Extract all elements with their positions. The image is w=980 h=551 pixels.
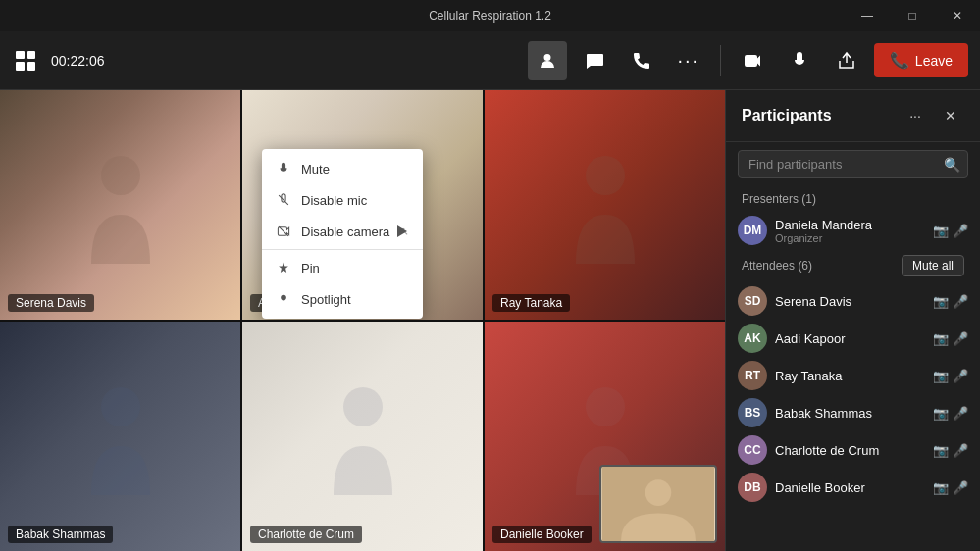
main-content: Serena Davis Aadi Kapoor ··· Mute <box>0 90 980 551</box>
name-tag-charlotte: Charlotte de Crum <box>250 526 362 543</box>
disable-camera-icon <box>276 224 291 239</box>
avatar-babak: BS <box>738 398 767 427</box>
participant-name-charlotte: Charlotte de Crum <box>775 443 925 458</box>
participant-name-serena: Serena Davis <box>775 294 925 309</box>
mic-icon-babak: 🎤 <box>953 406 968 421</box>
video-cell-serena: Serena Davis <box>0 90 240 320</box>
call-timer: 00:22:06 <box>51 53 105 69</box>
participant-row-daniela[interactable]: DM Daniela Mandera Organizer 📷 🎤 <box>726 212 980 249</box>
participant-row-babak[interactable]: BS Babak Shammas 📷 🎤 <box>726 394 980 431</box>
avatar-danielle: DB <box>738 473 767 502</box>
svg-point-5 <box>343 387 383 426</box>
participant-row-serena[interactable]: SD Serena Davis 📷 🎤 <box>726 282 980 320</box>
toolbar-center: ··· 📞 Leave <box>528 41 968 80</box>
mic-icon-ray: 🎤 <box>953 369 968 383</box>
mic-icon-daniela: 🎤 <box>953 224 968 238</box>
video-feed-charlotte <box>242 322 483 551</box>
mute-icon <box>276 161 291 176</box>
participant-icons-danielle: 📷 🎤 <box>933 480 968 495</box>
menu-label-mute: Mute <box>301 162 330 176</box>
mic-icon-serena: 🎤 <box>953 294 968 309</box>
attendees-section-header: Attendees (6) Mute all <box>726 249 980 282</box>
participant-name-babak: Babak Shammas <box>775 406 925 421</box>
camera-icon-ray: 📷 <box>933 369 949 383</box>
video-feed-ray <box>485 90 725 320</box>
svg-point-8 <box>645 479 672 506</box>
leave-button[interactable]: 📞 Leave <box>874 43 968 77</box>
name-tag-danielle: Danielle Booker <box>492 526 592 543</box>
video-cell-aadi: Aadi Kapoor ··· Mute Disable mic <box>242 90 483 320</box>
participant-name-aadi: Aadi Kapoor <box>775 331 925 346</box>
disable-mic-icon <box>276 192 291 208</box>
toolbar-left: 00:22:06 <box>12 47 528 75</box>
panel-more-button[interactable]: ··· <box>902 102 929 129</box>
title-bar: Cellular Respiration 1.2 — □ ✕ <box>0 0 980 31</box>
share-button[interactable] <box>827 41 866 80</box>
participant-role-daniela: Organizer <box>775 232 925 244</box>
search-input[interactable] <box>738 150 968 178</box>
minimize-button[interactable]: — <box>845 0 890 31</box>
menu-item-spotlight[interactable]: Spotlight <box>262 283 423 315</box>
camera-icon-charlotte: 📷 <box>933 443 949 458</box>
participant-icons-babak: 📷 🎤 <box>933 406 968 421</box>
participants-panel: Participants ··· ✕ 🔍 Presenters (1) DM D… <box>725 90 980 551</box>
search-box: 🔍 <box>738 150 968 178</box>
panel-title: Participants <box>742 107 832 125</box>
menu-item-mute[interactable]: Mute <box>262 153 423 184</box>
menu-label-disable-camera: Disable camera <box>301 225 389 239</box>
svg-point-6 <box>586 387 625 426</box>
avatar-ray: RT <box>738 361 767 390</box>
camera-button[interactable] <box>733 41 772 80</box>
video-cell-ray: Ray Tanaka <box>485 90 725 320</box>
svg-point-4 <box>101 387 140 426</box>
window-title: Cellular Respiration 1.2 <box>429 9 551 23</box>
menu-label-pin: Pin <box>301 261 320 276</box>
panel-close-button[interactable]: ✕ <box>937 102 964 129</box>
participant-info-serena: Serena Davis <box>775 294 925 309</box>
name-tag-ray: Ray Tanaka <box>492 294 570 312</box>
menu-label-disable-mic: Disable mic <box>301 193 367 208</box>
participant-row-charlotte[interactable]: CC Charlotte de Crum 📷 🎤 <box>726 431 980 469</box>
mute-all-button[interactable]: Mute all <box>902 255 964 276</box>
participant-info-charlotte: Charlotte de Crum <box>775 443 925 458</box>
svg-point-0 <box>101 156 140 195</box>
grid-icon[interactable] <box>12 47 39 75</box>
camera-icon-daniela: 📷 <box>933 224 949 238</box>
video-cell-babak: Babak Shammas <box>0 322 240 551</box>
menu-item-disable-mic[interactable]: Disable mic <box>262 184 423 216</box>
mic-button[interactable] <box>780 41 819 80</box>
avatar-aadi: AK <box>738 324 767 353</box>
menu-item-pin[interactable]: Pin <box>262 252 423 283</box>
menu-divider <box>262 249 423 250</box>
mic-icon-danielle: 🎤 <box>953 480 968 495</box>
participant-info-babak: Babak Shammas <box>775 406 925 421</box>
name-tag-serena: Serena Davis <box>8 294 94 312</box>
call-button[interactable] <box>622 41 661 80</box>
participants-list: Presenters (1) DM Daniela Mandera Organi… <box>726 186 980 551</box>
self-view <box>599 465 717 543</box>
panel-actions: ··· ✕ <box>902 102 964 129</box>
video-grid: Serena Davis Aadi Kapoor ··· Mute <box>0 90 725 551</box>
participant-icons-daniela: 📷 🎤 <box>933 224 968 238</box>
participant-row-ray[interactable]: RT Ray Tanaka 📷 🎤 <box>726 357 980 394</box>
participant-row-danielle[interactable]: DB Danielle Booker 📷 🎤 <box>726 469 980 506</box>
participant-row-aadi[interactable]: AK Aadi Kapoor 📷 🎤 <box>726 320 980 357</box>
camera-icon-aadi: 📷 <box>933 331 949 346</box>
menu-item-disable-camera[interactable]: Disable camera ↖ <box>262 216 423 247</box>
people-button[interactable] <box>528 41 567 80</box>
svg-point-3 <box>586 156 625 195</box>
avatar-serena: SD <box>738 286 767 316</box>
maximize-button[interactable]: □ <box>890 0 935 31</box>
participant-name-daniela: Daniela Mandera <box>775 218 925 232</box>
camera-icon-danielle: 📷 <box>933 480 949 495</box>
mic-icon-aadi: 🎤 <box>953 331 968 346</box>
menu-label-spotlight: Spotlight <box>301 292 351 307</box>
more-button[interactable]: ··· <box>669 41 708 80</box>
participant-name-ray: Ray Tanaka <box>775 369 925 383</box>
video-cell-danielle: Danielle Booker <box>485 322 725 551</box>
close-button[interactable]: ✕ <box>935 0 980 31</box>
presenters-section-header: Presenters (1) <box>726 186 980 212</box>
svg-point-2 <box>281 295 286 301</box>
chat-button[interactable] <box>575 41 614 80</box>
video-feed-babak <box>0 322 240 551</box>
